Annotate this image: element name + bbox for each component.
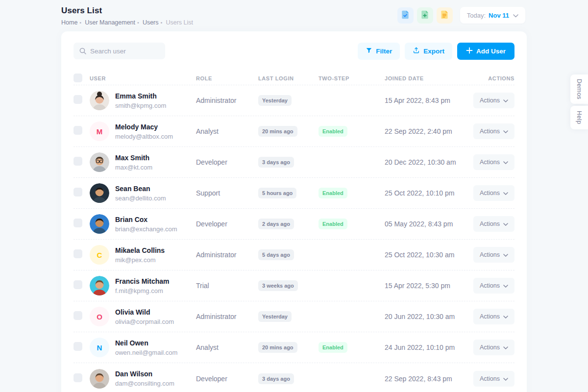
table-row: Max Smith max@kt.com Developer 3 days ag… <box>74 147 514 178</box>
row-checkbox[interactable] <box>74 249 82 258</box>
last-login-badge: 3 weeks ago <box>258 280 298 291</box>
column-header: Role <box>196 75 258 81</box>
tab-help[interactable]: Help <box>570 106 588 129</box>
date-picker-button[interactable]: Today: Nov 11 <box>460 7 525 24</box>
user-role: Analyst <box>196 127 258 135</box>
filter-button[interactable]: Filter <box>358 43 400 60</box>
search-input[interactable] <box>74 43 165 59</box>
actions-label: Actions <box>480 375 500 382</box>
column-header: Joined date <box>385 75 473 81</box>
avatar[interactable] <box>90 91 109 110</box>
file-plus-icon <box>420 10 430 21</box>
table-body: Emma Smith smith@kpmg.com Administrator … <box>74 85 514 392</box>
row-actions-button[interactable]: Actions <box>473 278 514 294</box>
file-lines-icon <box>440 10 449 21</box>
user-name[interactable]: Melody Macy <box>115 123 173 131</box>
two-step-badge: Enabled <box>318 188 347 198</box>
row-checkbox[interactable] <box>74 188 82 196</box>
joined-date: 22 Sep 2022, 2:40 pm <box>385 127 473 135</box>
user-name[interactable]: Olivia Wild <box>115 308 174 316</box>
user-name[interactable]: Mikaela Collins <box>115 246 165 254</box>
search-icon <box>79 47 87 57</box>
user-name[interactable]: Francis Mitcham <box>115 277 169 285</box>
actions-label: Actions <box>480 97 500 104</box>
user-name[interactable]: Sean Bean <box>115 185 166 193</box>
chevron-down-icon <box>503 159 508 166</box>
row-checkbox[interactable] <box>74 219 82 227</box>
actions-label: Actions <box>480 159 500 166</box>
row-checkbox[interactable] <box>74 157 82 166</box>
users-card: Filter Export Add User UserRoleLast logi… <box>61 31 527 392</box>
table-row: M Melody Macy melody@altbox.com Analyst … <box>74 116 514 147</box>
row-actions-button[interactable]: Actions <box>473 123 514 139</box>
row-checkbox[interactable] <box>74 342 82 351</box>
row-actions-button[interactable]: Actions <box>473 340 514 355</box>
avatar[interactable]: C <box>90 245 109 265</box>
row-actions-button[interactable]: Actions <box>473 154 514 170</box>
chevron-down-icon <box>503 128 508 135</box>
file-lines-icon-button[interactable] <box>437 7 453 24</box>
last-login-badge: 5 days ago <box>258 249 294 260</box>
avatar[interactable]: M <box>90 122 109 141</box>
row-actions-button[interactable]: Actions <box>473 216 514 232</box>
user-name[interactable]: Max Smith <box>115 154 152 162</box>
joined-date: 15 Apr 2022, 5:30 pm <box>385 282 473 290</box>
user-email: max@kt.com <box>115 164 152 171</box>
user-name[interactable]: Emma Smith <box>115 92 166 100</box>
breadcrumb-item[interactable]: User Management <box>85 19 135 26</box>
avatar[interactable] <box>90 276 109 295</box>
export-button[interactable]: Export <box>405 43 452 60</box>
two-step-badge: Enabled <box>318 219 347 229</box>
user-name[interactable]: Brian Cox <box>115 216 177 223</box>
row-checkbox[interactable] <box>74 126 82 135</box>
actions-label: Actions <box>480 128 500 135</box>
last-login-badge: 20 mins ago <box>258 342 297 353</box>
row-actions-button[interactable]: Actions <box>473 309 514 324</box>
last-login-badge: Yesterday <box>258 311 292 322</box>
select-all-checkbox[interactable] <box>74 74 82 82</box>
avatar[interactable] <box>90 214 109 234</box>
joined-date: 25 Oct 2022, 10:30 am <box>385 251 473 259</box>
actions-label: Actions <box>480 282 500 289</box>
row-checkbox[interactable] <box>74 280 82 289</box>
breadcrumb-separator: • <box>137 20 139 25</box>
chevron-down-icon <box>503 282 508 289</box>
add-user-button[interactable]: Add User <box>457 43 514 60</box>
avatar[interactable]: N <box>90 338 109 357</box>
user-name[interactable]: Neil Owen <box>115 339 177 347</box>
table-row: C Mikaela Collins mik@pex.com Administra… <box>74 240 514 270</box>
tab-demos[interactable]: Demos <box>570 74 588 104</box>
chevron-down-icon <box>503 97 508 104</box>
row-checkbox[interactable] <box>74 311 82 320</box>
table-row: Francis Mitcham f.mit@kpmg.com Trial 3 w… <box>74 270 514 301</box>
row-actions-button[interactable]: Actions <box>473 247 514 263</box>
row-actions-button[interactable]: Actions <box>473 371 514 387</box>
joined-date: 05 May 2022, 8:43 pm <box>385 220 473 228</box>
avatar[interactable] <box>90 369 109 389</box>
row-checkbox[interactable] <box>74 373 82 382</box>
file-check-icon-button[interactable] <box>397 7 414 24</box>
breadcrumb: Home•User Management•Users•Users List <box>61 19 193 26</box>
avatar[interactable]: O <box>90 307 109 326</box>
joined-date: 25 Oct 2022, 10:10 pm <box>385 189 473 197</box>
row-actions-button[interactable]: Actions <box>473 185 514 201</box>
user-name[interactable]: Dan Wilson <box>115 370 174 378</box>
user-role: Administrator <box>196 313 258 320</box>
row-actions-button[interactable]: Actions <box>473 93 514 108</box>
user-role: Developer <box>196 375 258 383</box>
page-title: Users List <box>61 6 193 16</box>
table-row: Brian Cox brian@exchange.com Developer 2… <box>74 209 514 240</box>
file-plus-icon-button[interactable] <box>417 7 433 24</box>
avatar[interactable] <box>90 152 109 172</box>
breadcrumb-item[interactable]: Home <box>61 19 77 26</box>
table-row: Dan Wilson dam@consilting.com Developer … <box>74 363 514 392</box>
actions-label: Actions <box>480 190 500 196</box>
user-email: dam@consilting.com <box>115 380 174 387</box>
row-checkbox[interactable] <box>74 95 82 104</box>
table-header: UserRoleLast loginTwo-stepJoined dateAct… <box>74 72 514 85</box>
avatar[interactable] <box>90 183 109 203</box>
breadcrumb-item[interactable]: Users <box>143 19 159 26</box>
user-email: mik@pex.com <box>115 256 165 264</box>
column-header: User <box>90 75 196 81</box>
joined-date: 15 Apr 2022, 8:43 pm <box>385 97 473 104</box>
